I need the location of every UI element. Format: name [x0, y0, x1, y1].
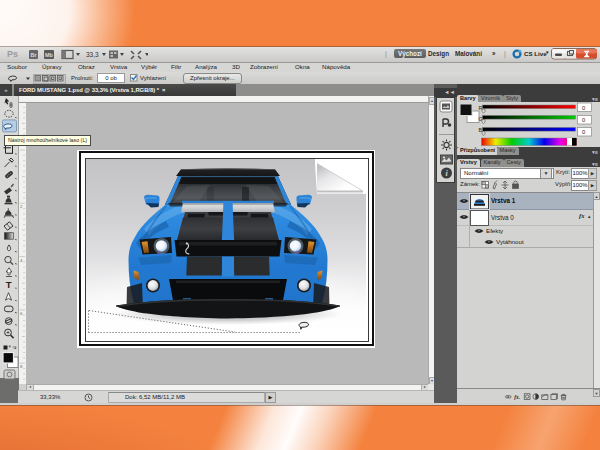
svg-text:33,3: 33,3	[86, 51, 99, 58]
svg-text:0: 0	[582, 129, 585, 135]
svg-text:T: T	[6, 279, 12, 290]
svg-text:Mb: Mb	[45, 52, 54, 58]
svg-text:0: 0	[582, 105, 585, 111]
svg-text:Br: Br	[30, 52, 37, 58]
svg-text:fx.: fx.	[514, 394, 520, 400]
svg-text:0: 0	[582, 117, 585, 123]
